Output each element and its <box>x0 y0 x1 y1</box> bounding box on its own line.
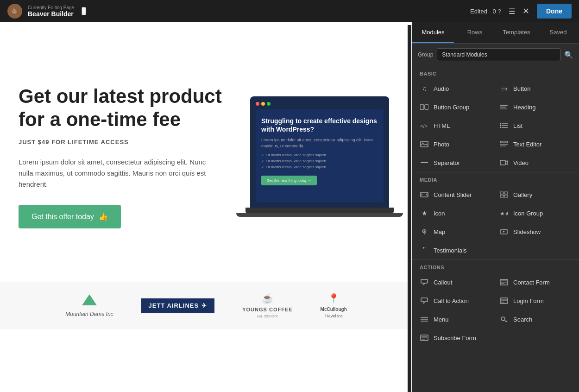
svg-rect-27 <box>504 195 508 197</box>
section-header-basic: Basic <box>412 66 579 79</box>
svg-rect-19 <box>421 192 428 197</box>
module-text-editor[interactable]: Text Editor <box>496 135 575 153</box>
module-subscribe-form[interactable]: Subscribe Form <box>416 329 496 347</box>
module-gallery[interactable]: Gallery <box>496 185 575 204</box>
laptop-cta-button[interactable]: Get this new thing today → <box>261 176 317 185</box>
svg-rect-25 <box>504 192 508 194</box>
airplane-icon: ✈ <box>201 302 207 309</box>
media-modules-grid: Content Slider Gallery ★ Icon ★★ Ico <box>412 185 579 259</box>
module-contact-form[interactable]: Contact Form <box>496 273 575 291</box>
svg-rect-18 <box>500 160 505 165</box>
module-call-to-action[interactable]: Call to Action <box>416 291 496 310</box>
module-contact-form-label: Contact Form <box>513 279 550 286</box>
module-menu-label: Menu <box>434 316 449 323</box>
app-name: Beaver Builder <box>28 10 74 18</box>
hero-text: Get our latest product for a one-time fe… <box>19 85 250 229</box>
module-menu[interactable]: Menu <box>416 310 496 329</box>
tab-rows[interactable]: Rows <box>454 22 496 43</box>
module-login-form[interactable]: Login Form <box>496 291 575 310</box>
menu-icon[interactable]: ☰ <box>509 7 515 16</box>
svg-rect-0 <box>420 105 424 109</box>
youngs-coffee-label: YOUNGS COFFEE <box>242 307 292 312</box>
button-icon: ▭ <box>499 84 509 93</box>
module-list[interactable]: List <box>496 116 575 135</box>
module-button-group[interactable]: Button Group <box>416 98 496 116</box>
module-video[interactable]: Video <box>496 153 575 172</box>
module-html[interactable]: </> HTML <box>416 116 496 135</box>
video-icon <box>499 158 509 167</box>
photo-icon <box>420 139 429 149</box>
group-select[interactable]: Standard Modules <box>437 48 560 61</box>
laptop-bottom <box>236 213 403 217</box>
panel-search-row: Group Standard Modules 🔍 <box>412 44 579 66</box>
group-label: Group <box>418 51 433 58</box>
edited-indicator: Edited 0 ? <box>470 8 501 15</box>
callout-icon <box>420 278 429 287</box>
svg-point-10 <box>500 127 502 128</box>
module-testimonials[interactable]: " Testimonials <box>416 241 496 259</box>
module-html-label: HTML <box>434 122 450 129</box>
svg-point-8 <box>500 125 502 126</box>
audio-icon: ♫ <box>420 84 429 93</box>
hero-image: Struggling to create effective designs w… <box>250 96 403 217</box>
main-layout: Get our latest product for a one-time fe… <box>0 22 579 392</box>
module-audio[interactable]: ♫ Audio <box>416 79 496 98</box>
module-photo[interactable]: Photo <box>416 135 496 153</box>
svg-rect-24 <box>500 192 503 194</box>
svg-line-45 <box>505 321 508 322</box>
tab-templates[interactable]: Templates <box>496 22 537 43</box>
search-icon[interactable]: 🔍 <box>564 51 573 59</box>
module-login-form-label: Login Form <box>513 297 544 304</box>
logo-youngs-coffee: ☕ YOUNGS COFFEE est. 20XXXX <box>242 293 292 318</box>
list-item: Ut mattis lectus, vitae sagittis sapien. <box>261 164 378 170</box>
module-callout[interactable]: Callout <box>416 273 496 291</box>
module-button[interactable]: ▭ Button <box>496 79 575 98</box>
module-separator[interactable]: Separator <box>416 153 496 172</box>
panel-tabs: Modules Rows Templates Saved <box>412 22 579 44</box>
module-search[interactable]: Search <box>496 310 575 329</box>
page-select-chevron[interactable]: ▾ <box>82 7 86 15</box>
module-heading[interactable]: Heading <box>496 98 575 116</box>
tab-saved[interactable]: Saved <box>537 22 579 43</box>
close-icon[interactable]: ✕ <box>522 6 529 16</box>
search-module-icon <box>499 315 509 324</box>
hero-body: Lorem ipsum dolor sit amet, consectetur … <box>19 157 213 190</box>
logos-bar: Mountain Dams Inc JETT AIRLINES ✈ ☕ YOUN… <box>0 282 412 329</box>
logo-icon: 🦫 <box>7 4 22 19</box>
basic-modules-grid: ♫ Audio ▭ Button Button Group <box>412 79 579 172</box>
module-slideshow-label: Slideshow <box>513 228 541 235</box>
editing-label: Currently Editing Page <box>28 5 74 10</box>
mccullough-label: McCullough <box>321 307 347 312</box>
module-icon-group[interactable]: ★★ Icon Group <box>496 204 575 222</box>
module-map[interactable]: Map <box>416 222 496 241</box>
testimonials-icon: " <box>420 246 429 255</box>
svg-point-44 <box>501 317 505 321</box>
tab-modules[interactable]: Modules <box>412 22 454 43</box>
text-editor-icon <box>499 139 509 149</box>
module-search-label: Search <box>513 316 532 323</box>
hero-cta-button[interactable]: Get this offer today 👍 <box>19 205 121 228</box>
module-photo-label: Photo <box>434 141 449 148</box>
thumbs-up-icon: 👍 <box>99 212 108 221</box>
module-content-slider-label: Content Slider <box>434 191 472 198</box>
login-form-icon <box>499 296 509 305</box>
hero-subtitle: JUST $49 FOR LIFETIME ACCESS <box>19 139 250 145</box>
module-content-slider[interactable]: Content Slider <box>416 185 496 204</box>
module-map-label: Map <box>434 228 445 235</box>
icon-module-icon: ★ <box>420 209 429 218</box>
module-call-to-action-label: Call to Action <box>434 297 469 304</box>
subscribe-form-icon <box>420 333 429 342</box>
module-heading-label: Heading <box>513 104 535 111</box>
help-icon[interactable]: ? <box>498 8 501 15</box>
panel-resize-handle[interactable] <box>408 25 411 392</box>
svg-rect-1 <box>425 105 428 109</box>
module-subscribe-form-label: Subscribe Form <box>434 335 476 341</box>
module-slideshow[interactable]: Slideshow <box>496 222 575 241</box>
svg-point-30 <box>424 231 425 232</box>
module-separator-label: Separator <box>434 159 460 166</box>
airline-logo: JETT AIRLINES ✈ <box>141 298 215 313</box>
logo-mountain-dams: Mountain Dams Inc <box>65 294 113 317</box>
done-button[interactable]: Done <box>537 4 572 19</box>
hero-title: Get our latest product for a one-time fe… <box>19 85 250 132</box>
module-icon[interactable]: ★ Icon <box>416 204 496 222</box>
